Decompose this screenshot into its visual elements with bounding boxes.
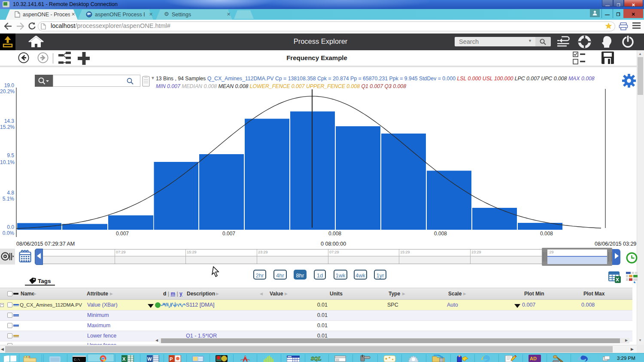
svg-text:X: X	[122, 356, 126, 362]
svg-text:SQL: SQL	[311, 355, 322, 362]
svg-text:★: ★	[392, 358, 394, 361]
svg-text:★: ★	[385, 357, 388, 361]
svg-text:AD: AD	[530, 356, 537, 361]
svg-text:P: P	[170, 356, 173, 362]
svg-text:W: W	[147, 356, 152, 362]
svg-text:C:\: C:\	[74, 358, 80, 362]
svg-text:★: ★	[388, 356, 391, 359]
